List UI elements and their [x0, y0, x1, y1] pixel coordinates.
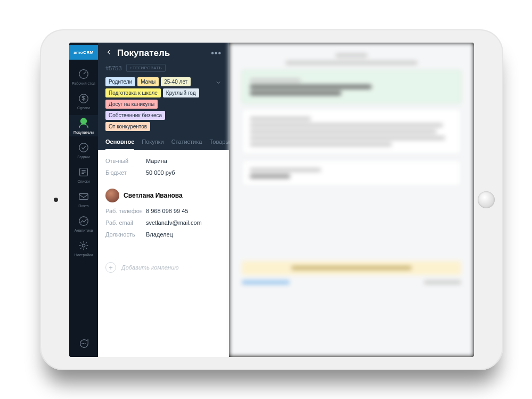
app-logo[interactable]: amoCRM: [69, 45, 98, 60]
field-work-phone: Раб. телефон 8 968 098 99 45: [105, 208, 222, 214]
activity-feed-blurred: [229, 43, 474, 357]
person-icon: [78, 117, 89, 129]
chat-icon: [78, 338, 89, 349]
detail-panel: Покупатель ••• #5753 +ТЕГИРОВАТЬ Родител…: [98, 43, 229, 357]
sidebar-item-mail[interactable]: Почта: [69, 189, 98, 210]
tab-stats[interactable]: Статистика: [171, 139, 202, 150]
tab-main[interactable]: Основное: [105, 139, 134, 150]
sidebar-item-label: Почта: [78, 204, 88, 208]
sidebar-item-label: Задачи: [77, 155, 90, 159]
add-company-button[interactable]: + Добавить компанию: [105, 256, 222, 273]
sidebar-item-desktop[interactable]: Рабочий стол: [69, 66, 98, 87]
sidebar-item-lists[interactable]: Списки: [69, 164, 98, 185]
list-icon: [78, 166, 89, 178]
tag-chip[interactable]: Родители: [105, 77, 135, 86]
page-title: Покупатель: [117, 48, 207, 59]
record-id: #5753: [105, 65, 122, 71]
dollar-icon: [78, 93, 89, 104]
svg-point-3: [79, 143, 88, 152]
svg-point-2: [81, 118, 87, 124]
sidebar-item-label: Рабочий стол: [72, 82, 95, 85]
sidebar-item-label: Покупатели: [73, 131, 94, 134]
tag-chip[interactable]: Собственник бизнеса: [105, 111, 165, 120]
sidebar-item-tasks[interactable]: Задачи: [69, 140, 98, 161]
tab-bar: ОсновноеПокупкиСтатистикаТовары: [105, 139, 222, 150]
detail-header: Покупатель ••• #5753 +ТЕГИРОВАТЬ Родител…: [98, 43, 229, 150]
sidebar-item-label: Сделки: [77, 106, 90, 110]
field-budget: Бюджет 50 000 руб: [105, 169, 222, 176]
add-tag-button[interactable]: +ТЕГИРОВАТЬ: [126, 64, 166, 72]
field-label: Бюджет: [105, 169, 146, 176]
tablet-frame: amoCRM Рабочий стол Сделки Покупатели За…: [40, 29, 503, 370]
tablet-home-button[interactable]: [478, 191, 495, 208]
tag-chip[interactable]: 25-40 лет: [161, 77, 191, 86]
tablet-camera: [54, 198, 58, 202]
field-label: Раб. телефон: [105, 208, 146, 214]
sidebar-item-buyers[interactable]: Покупатели: [69, 115, 98, 136]
avatar[interactable]: [105, 189, 119, 202]
more-icon[interactable]: •••: [211, 48, 222, 58]
field-position: Должность Владелец: [105, 231, 222, 238]
field-value[interactable]: 50 000 руб: [146, 169, 175, 176]
add-company-label: Добавить компанию: [121, 264, 179, 271]
sidebar-item-label: Настройки: [75, 253, 93, 257]
tag-chip[interactable]: Мамы: [137, 77, 159, 86]
back-icon[interactable]: [105, 48, 113, 58]
tag-chip[interactable]: Подготовка к школе: [105, 88, 161, 97]
sidebar-item-chat[interactable]: [69, 336, 98, 352]
svg-point-8: [82, 344, 83, 344]
field-responsible: Отв-ный Марина: [105, 158, 222, 164]
field-work-email: Раб. email svetlanaIv@mail.com: [105, 219, 222, 226]
field-value[interactable]: Марина: [146, 158, 167, 164]
settings-icon: [78, 240, 89, 251]
contact-card: Светлана Иванова Раб. телефон 8 968 098 …: [98, 189, 229, 250]
svg-point-6: [79, 217, 88, 226]
chevron-down-icon[interactable]: [215, 78, 222, 88]
tag-chip[interactable]: Круглый год: [163, 88, 199, 97]
sidebar-item-deals[interactable]: Сделки: [69, 91, 98, 112]
sidebar-item-label: Списки: [77, 180, 89, 183]
svg-rect-5: [79, 194, 88, 200]
svg-point-7: [82, 244, 85, 247]
sidebar-item-label: Аналитика: [75, 229, 93, 232]
tag-list: РодителиМамы25-40 летПодготовка к школеК…: [105, 77, 222, 131]
tab-buys[interactable]: Покупки: [142, 139, 163, 150]
sidebar-item-settings[interactable]: Настройки: [69, 238, 98, 259]
field-label: Должность: [105, 231, 146, 238]
sidebar-item-analytics[interactable]: Аналитика: [69, 213, 98, 234]
svg-point-9: [84, 344, 84, 344]
main-fields: Отв-ный Марина Бюджет 50 000 руб: [98, 150, 229, 189]
plus-icon: +: [105, 262, 116, 273]
analytics-icon: [78, 215, 89, 227]
check-circle-icon: [78, 142, 89, 153]
contact-name[interactable]: Светлана Иванова: [124, 192, 183, 199]
field-value[interactable]: 8 968 098 99 45: [146, 208, 189, 214]
svg-point-10: [85, 344, 85, 344]
tag-chip[interactable]: Досуг на каникулы: [105, 100, 158, 109]
gauge-icon: [78, 68, 89, 80]
app-screen: amoCRM Рабочий стол Сделки Покупатели За…: [69, 43, 474, 357]
mail-icon: [78, 191, 89, 202]
field-value[interactable]: Владелец: [146, 231, 173, 238]
tag-chip[interactable]: От конкурентов: [105, 122, 150, 131]
field-value[interactable]: svetlanaIv@mail.com: [146, 219, 202, 226]
field-label: Отв-ный: [105, 158, 146, 164]
sidebar: amoCRM Рабочий стол Сделки Покупатели За…: [69, 43, 98, 357]
tab-goods[interactable]: Товары: [209, 139, 230, 150]
field-label: Раб. email: [105, 219, 146, 226]
